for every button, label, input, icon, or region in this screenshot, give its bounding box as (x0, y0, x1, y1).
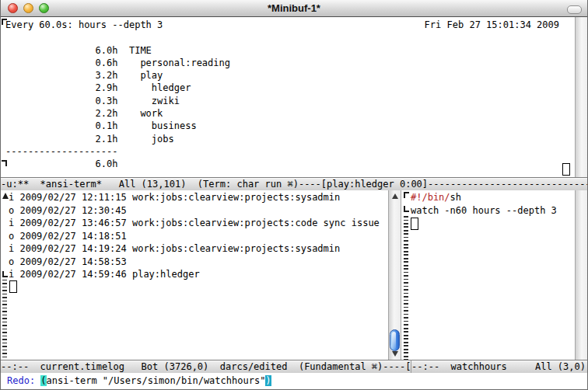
timelog-pane[interactable]: i 2009/02/27 12:11:15 work:jobs:clearvie… (1, 190, 388, 360)
timelog-entry: o 2009/02/27 12:30:45 (9, 204, 380, 218)
shebang-line: #!/bin/sh (411, 191, 557, 204)
buffer-top-angle-icon (404, 192, 409, 198)
script-source: #!/bin/sh watch -n60 hours --depth 3 (411, 191, 557, 217)
report-separator: -------------------- (5, 145, 230, 158)
timelog-entry: i 2009/02/27 14:19:24 work:jobs:clearvie… (9, 242, 380, 256)
timelog-cursor (9, 280, 17, 293)
timelog-entry: i 2009/02/27 13:46:57 work:jobs:clearvie… (9, 217, 380, 230)
watch-header: Every 60.0s: hours --depth 3Fri Feb 27 1… (5, 19, 561, 31)
scroll-above-arrow-icon (2, 193, 9, 199)
scroll-up-arrow-icon[interactable] (392, 193, 398, 199)
watch-interval-text: Every 60.0s: hours --depth 3 (5, 19, 163, 30)
toolbar-toggle-button[interactable] (567, 5, 582, 14)
scroll-down-arrow-icon[interactable] (392, 351, 398, 357)
hours-report: 6.0h TIME 0.6h personal:reading 3.2h pla… (5, 44, 230, 171)
watch-datetime: Fri Feb 27 15:01:34 2009 (425, 19, 559, 31)
modeline-ansi-term[interactable]: -u:** *ansi-term* All (13,101) (Term: ch… (1, 177, 588, 190)
timelog-entry: o 2009/02/27 14:58:53 (9, 256, 380, 269)
minibuffer-prompt: Redo: (7, 375, 40, 386)
buffer-bottom-angle-icon (404, 206, 409, 212)
report-line: 2.1h jobs (5, 133, 230, 145)
shebang-comment: #!/bin/ (411, 192, 450, 203)
modeline-watchhours[interactable]: --:-- watchhours All (3,0) (411, 360, 588, 373)
timelog-entry: i 2009/02/27 12:11:15 work:jobs:clearvie… (9, 191, 380, 204)
term-cursor (562, 163, 570, 176)
timelog-entries: i 2009/02/27 12:11:15 work:jobs:clearvie… (9, 191, 380, 281)
report-line: 0.3h zwiki (5, 95, 230, 107)
matched-open-paren: ( (40, 375, 46, 386)
report-line: 0.6h personal:reading (5, 57, 230, 69)
report-line: 2.9h hledger (5, 82, 230, 94)
report-line: 3.2h play (5, 69, 230, 82)
buffer-bottom-angle-icon (2, 160, 7, 166)
report-total: 6.0h (5, 158, 230, 170)
report-line: 0.1h business (5, 120, 230, 132)
timelog-scrollbar[interactable] (388, 190, 401, 360)
term-pane[interactable]: Every 60.0s: hours --depth 3Fri Feb 27 1… (1, 17, 575, 177)
empty-lines-indicator-icon (2, 280, 7, 360)
minibuffer-cursor-close-paren: ) (265, 375, 271, 386)
shebang-interpreter: sh (450, 192, 461, 203)
command-line: watch -n60 hours --depth 3 (411, 204, 557, 218)
scrollbar-thumb[interactable] (390, 329, 400, 351)
script-cursor (411, 218, 418, 230)
report-line: 6.0h TIME (5, 44, 230, 57)
timelog-entry: o 2009/02/27 14:18:51 (9, 230, 380, 243)
emacs-frame: *Minibuf-1* Every 60.0s: hours --depth 3… (0, 0, 588, 390)
term-scrollbar-track[interactable] (575, 17, 588, 177)
minibuffer-command: ansi-term "/Users/simon/bin/watchhours" (47, 375, 266, 386)
window-title: *Minibuf-1* (1, 2, 587, 14)
buffer-bottom-angle-icon (2, 271, 8, 277)
modeline-current-timelog[interactable]: --:-- current.timelog Bot (3726,0) darcs… (1, 360, 411, 373)
window-titlebar[interactable]: *Minibuf-1* (1, 0, 587, 17)
script-scrollbar-track[interactable] (575, 190, 588, 360)
report-line: 2.2h work (5, 107, 230, 120)
script-pane[interactable]: #!/bin/sh watch -n60 hours --depth 3 (403, 190, 575, 360)
timelog-entry: i 2009/02/27 14:59:46 play:hledger (9, 268, 380, 281)
empty-lines-indicator-icon (404, 216, 408, 360)
minibuffer[interactable]: Redo: (ansi-term "/Users/simon/bin/watch… (1, 373, 588, 390)
